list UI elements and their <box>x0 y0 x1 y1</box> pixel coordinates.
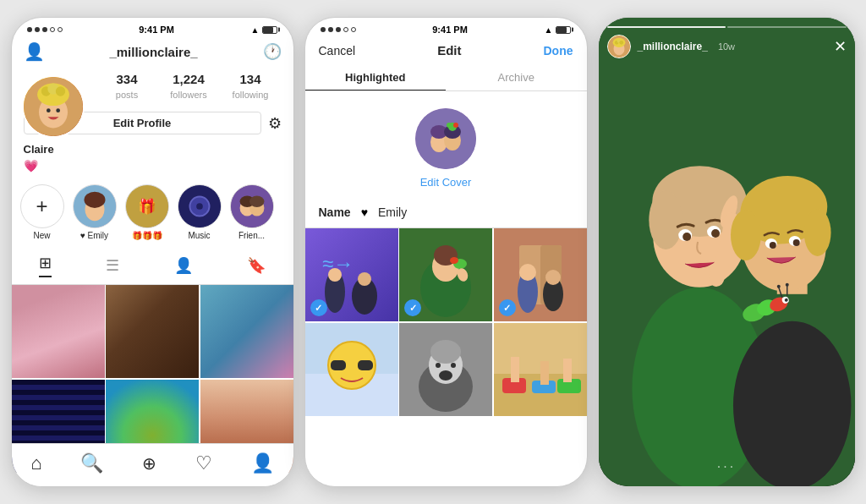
name-row: Name ♥ Emily <box>305 199 587 228</box>
svg-point-35 <box>358 272 371 286</box>
story-friends-circle[interactable] <box>230 184 274 228</box>
svg-rect-70 <box>540 361 549 385</box>
following-stat[interactable]: 134 following <box>220 72 282 101</box>
heart-nav-icon[interactable]: ♡ <box>195 452 212 474</box>
svg-point-78 <box>649 190 682 249</box>
svg-point-62 <box>451 363 456 368</box>
followers-stat[interactable]: 1,224 followers <box>158 72 220 101</box>
cover-svg <box>415 108 476 169</box>
profile-emoji: 💗 <box>12 157 293 179</box>
done-button[interactable]: Done <box>544 44 573 58</box>
edit-title: Edit <box>437 43 461 58</box>
edit-cover-button[interactable]: Edit Cover <box>420 176 472 189</box>
cover-circle[interactable] <box>415 108 476 169</box>
svg-point-88 <box>730 210 760 260</box>
dot3 <box>42 27 47 32</box>
profile-name: Claire <box>12 140 293 157</box>
battery-icon-2 <box>556 26 571 34</box>
more-options[interactable]: ··· <box>717 459 736 474</box>
story-gifts[interactable]: 🎁 🎁🎁🎁 <box>125 184 169 240</box>
svg-point-10 <box>84 192 105 208</box>
svg-point-60 <box>430 340 461 364</box>
close-button[interactable]: ✕ <box>834 37 847 56</box>
story-music[interactable]: Music <box>178 184 222 240</box>
edit-cell-4[interactable] <box>305 323 398 416</box>
story-gifts-circle[interactable]: 🎁 <box>125 184 169 228</box>
new-story-circle[interactable]: + <box>20 184 64 228</box>
edit-cell-5[interactable] <box>399 323 492 416</box>
svg-point-48 <box>519 264 536 281</box>
svg-point-108 <box>619 41 623 45</box>
svg-rect-71 <box>563 359 572 382</box>
svg-point-27 <box>447 123 452 128</box>
dot1 <box>27 27 32 32</box>
bookmark-view-tab[interactable]: 🔖 <box>247 256 266 275</box>
svg-point-7 <box>56 108 60 112</box>
edit-cell-6[interactable] <box>494 323 587 416</box>
svg-rect-56 <box>358 360 373 370</box>
story-view: _millionclaire_ 10w ✕ ··· <box>599 18 855 486</box>
cancel-button[interactable]: Cancel <box>319 44 356 58</box>
list-view-tab[interactable]: ☰ <box>106 256 119 275</box>
phone-edit: 9:41 PM ▲ Cancel Edit Done Highlighted A… <box>304 17 588 487</box>
svg-point-92 <box>769 242 776 249</box>
posts-stat[interactable]: 334 posts <box>96 72 158 101</box>
tab-archive[interactable]: Archive <box>446 64 587 90</box>
stories-row: + New ♥ Emily 🎁 <box>12 179 293 247</box>
gifts-story-svg: 🎁 <box>126 184 168 228</box>
dot5 <box>58 27 63 32</box>
story-avatar[interactable] <box>607 35 631 58</box>
progress-bar-1 <box>607 26 726 28</box>
story-emily[interactable]: ♥ Emily <box>73 184 117 240</box>
edit-cell-4-img <box>305 323 398 416</box>
grid-view-tab[interactable]: ⊞ <box>39 254 52 277</box>
name-value[interactable]: Emily <box>378 205 407 219</box>
posts-label: posts <box>116 90 138 100</box>
settings-icon[interactable]: ⚙ <box>268 114 282 133</box>
person-view-tab[interactable]: 👤 <box>174 256 193 275</box>
dot2 <box>35 27 40 32</box>
phone-story: _millionclaire_ 10w ✕ ··· <box>598 17 856 487</box>
add-nav-icon[interactable]: ⊕ <box>142 453 156 474</box>
battery-area-1: ▲ <box>251 25 278 35</box>
name-label: Name <box>319 205 351 219</box>
svg-point-6 <box>46 108 50 112</box>
phone-profile: 9:41 PM ▲ 👤 _millionclaire_ 🕐 <box>11 17 294 487</box>
home-nav-icon[interactable]: ⌂ <box>30 452 41 474</box>
grid-cell-3[interactable] <box>200 285 293 378</box>
story-emily-label: ♥ Emily <box>80 231 108 240</box>
story-emily-circle[interactable] <box>73 184 117 228</box>
story-new[interactable]: + New <box>20 184 64 240</box>
progress-bar-2 <box>727 26 847 28</box>
svg-point-28 <box>453 123 458 128</box>
svg-point-101 <box>776 285 780 288</box>
svg-point-84 <box>732 321 850 486</box>
signal-dots <box>27 27 63 32</box>
profile-nav-icon[interactable]: 👤 <box>251 452 274 474</box>
svg-point-81 <box>682 233 691 241</box>
check-2: ✓ <box>404 299 421 316</box>
story-music-label: Music <box>188 231 210 240</box>
battery-area-2: ▲ <box>545 25 572 35</box>
battery-icon-1 <box>262 26 277 34</box>
story-gifts-label: 🎁🎁🎁 <box>132 231 162 240</box>
check-3: ✓ <box>499 299 516 316</box>
edit-cell-1[interactable]: ≈→ ✓ <box>305 228 398 321</box>
wifi-icon: ▲ <box>251 25 260 35</box>
status-time-2: 9:41 PM <box>432 25 468 35</box>
edit-cell-2[interactable]: ✓ <box>399 228 492 321</box>
grid-cell-2[interactable] <box>106 285 199 378</box>
story-friends-label: Frien... <box>238 231 265 240</box>
svg-point-82 <box>711 229 720 238</box>
story-friends[interactable]: Frien... <box>230 184 274 240</box>
search-nav-icon[interactable]: 🔍 <box>80 452 103 474</box>
story-music-circle[interactable] <box>178 184 222 228</box>
avatar[interactable] <box>22 75 85 138</box>
svg-point-5 <box>55 86 64 96</box>
add-user-icon[interactable]: 👤 <box>24 41 45 62</box>
edit-cell-3[interactable]: ✓ <box>494 228 587 321</box>
grid-cell-1[interactable] <box>12 285 105 378</box>
clock-icon[interactable]: 🕐 <box>263 42 282 61</box>
wifi-icon-2: ▲ <box>545 25 553 35</box>
tab-highlighted[interactable]: Highlighted <box>305 64 447 90</box>
